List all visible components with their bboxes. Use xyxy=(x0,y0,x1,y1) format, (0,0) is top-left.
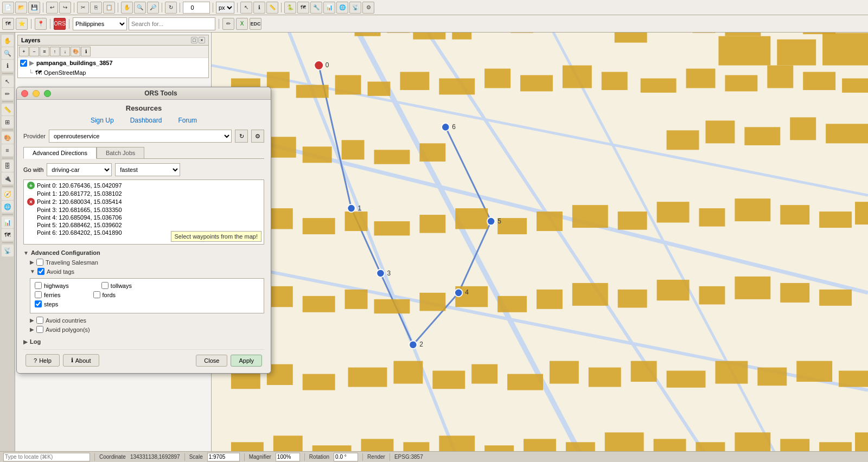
georef-tool[interactable]: 🗺 xyxy=(2,229,14,241)
apply-button[interactable]: Apply xyxy=(231,355,262,367)
steps-label[interactable]: steps xyxy=(35,300,58,307)
db-tool[interactable]: 🗄 xyxy=(2,160,14,172)
ferries-checkbox[interactable] xyxy=(35,291,42,298)
close-button[interactable]: Close xyxy=(196,355,227,367)
filter-tool[interactable]: ≡ xyxy=(2,144,14,156)
pan-btn[interactable]: ✋ xyxy=(121,2,133,14)
dashboard-link[interactable]: Dashboard xyxy=(130,117,162,124)
window-close-btn[interactable] xyxy=(21,90,28,97)
unit-select[interactable]: px xyxy=(216,2,234,14)
vehicle-select[interactable]: driving-car driving-hgv cycling-regular … xyxy=(47,163,112,176)
ferries-label[interactable]: ferries xyxy=(35,291,61,298)
log-section[interactable]: ▶ Log xyxy=(23,336,264,347)
plugin3-btn[interactable]: 📊 xyxy=(323,2,335,14)
highways-label[interactable]: highways xyxy=(35,282,69,289)
tab-batch-jobs[interactable]: Batch Jobs xyxy=(97,147,144,158)
layers-resize-btn[interactable]: □ xyxy=(191,37,197,43)
new-project-btn[interactable]: 📄 xyxy=(2,2,14,14)
measure-btn[interactable]: 📏 xyxy=(266,2,278,14)
forum-link[interactable]: Forum xyxy=(178,117,197,124)
plugin2-btn[interactable]: 🔧 xyxy=(310,2,322,14)
advanced-config-header[interactable]: ▼ Advanced Configuration xyxy=(23,248,264,258)
pan-tool[interactable]: ✋ xyxy=(2,35,14,47)
plugin6-btn[interactable]: ⚙ xyxy=(362,2,374,14)
locate-input[interactable] xyxy=(3,453,90,461)
rotation-input[interactable]: 0 xyxy=(183,2,210,14)
waypoints-area[interactable]: + Point 0: 120.676436, 15.042097 Point 1… xyxy=(23,179,264,245)
provider-select[interactable]: openrouteservice xyxy=(49,130,232,143)
paste-btn[interactable]: 📋 xyxy=(103,2,115,14)
window-maximize-btn[interactable] xyxy=(44,90,51,97)
help-button[interactable]: ? Help xyxy=(25,354,60,367)
tollways-label[interactable]: tollways xyxy=(101,282,132,289)
provider-config-btn[interactable]: ⚙ xyxy=(251,130,264,143)
layers-up-btn[interactable]: ↑ xyxy=(50,47,60,56)
magnifier-input[interactable] xyxy=(276,453,300,461)
gps-tool[interactable]: 📡 xyxy=(2,245,14,256)
edit-tool[interactable]: ✏ xyxy=(2,88,14,100)
tollways-checkbox[interactable] xyxy=(101,282,108,289)
ts-checkbox[interactable] xyxy=(36,259,43,266)
stat-tool[interactable]: 📊 xyxy=(2,216,14,228)
globe-tool[interactable]: 🌐 xyxy=(2,201,14,213)
cut-btn[interactable]: ✂ xyxy=(77,2,89,14)
window-minimize-btn[interactable] xyxy=(33,90,40,97)
layers-style-btn[interactable]: 🎨 xyxy=(71,47,80,56)
python-btn[interactable]: 🐍 xyxy=(284,2,296,14)
layers-remove-btn[interactable]: − xyxy=(29,47,39,56)
copy-btn[interactable]: ⎘ xyxy=(90,2,102,14)
select-btn[interactable]: ↖ xyxy=(240,2,252,14)
plugin1-btn[interactable]: 🗺 xyxy=(297,2,309,14)
about-button[interactable]: ℹ About xyxy=(63,354,99,367)
scale-input[interactable] xyxy=(207,453,240,461)
layers-properties-btn[interactable]: ℹ xyxy=(81,47,91,56)
layers-filter-btn[interactable]: ≡ xyxy=(40,47,49,56)
plugin5-btn[interactable]: 📡 xyxy=(349,2,361,14)
layers-add-btn[interactable]: + xyxy=(19,47,29,56)
measure-tool[interactable]: 📏 xyxy=(2,104,14,116)
draw-btn[interactable]: ✏ xyxy=(222,18,234,30)
search-input[interactable] xyxy=(129,17,215,30)
save-btn[interactable]: 💾 xyxy=(28,2,40,14)
rotation-status-input[interactable] xyxy=(334,453,358,461)
identify-tool[interactable]: ℹ xyxy=(2,60,14,72)
avoid-countries-checkbox[interactable] xyxy=(36,317,43,324)
sign-up-link[interactable]: Sign Up xyxy=(91,117,114,124)
map-area[interactable]: 0 1 2 3 4 5 6 xyxy=(212,33,868,462)
undo-btn[interactable]: ↩ xyxy=(46,2,58,14)
bookmark-btn[interactable]: ⭐ xyxy=(16,18,28,30)
avoid-tags-checkbox[interactable] xyxy=(37,268,44,275)
georef-btn[interactable]: 📍 xyxy=(35,18,47,30)
fords-checkbox[interactable] xyxy=(93,291,100,298)
zoom-tool[interactable]: 🔍 xyxy=(2,47,14,59)
country-select[interactable]: Philippines xyxy=(73,17,127,30)
zoom-in-btn[interactable]: 🔍 xyxy=(134,2,146,14)
layers-down-btn[interactable]: ↓ xyxy=(60,47,70,56)
open-btn[interactable]: 📂 xyxy=(15,2,27,14)
layer-2-row[interactable]: └ 🗺 OpenStreetMap xyxy=(18,68,208,78)
zoom-out-btn[interactable]: 🔎 xyxy=(147,2,159,14)
ors-icon-btn[interactable]: ORS xyxy=(54,18,66,30)
layer-1-checkbox[interactable] xyxy=(20,60,27,67)
plugin-tool[interactable]: 🔌 xyxy=(2,172,14,184)
provider-refresh-btn[interactable]: ↻ xyxy=(235,130,248,143)
rotate-btn[interactable]: ↻ xyxy=(165,2,177,14)
redo-btn[interactable]: ↪ xyxy=(59,2,71,14)
tab-advanced-directions[interactable]: Advanced Directions xyxy=(23,147,97,159)
nav-tool[interactable]: 🧭 xyxy=(2,188,14,200)
map-nav-btn[interactable]: 🗺 xyxy=(2,18,14,30)
layer-1-row[interactable]: ▶ pampanga_buildings_3857 xyxy=(18,58,208,68)
plugin4-btn[interactable]: 🌐 xyxy=(336,2,348,14)
edc-btn[interactable]: EDC xyxy=(250,18,261,30)
highways-checkbox[interactable] xyxy=(35,282,42,289)
fords-label[interactable]: fords xyxy=(93,291,116,298)
style-tool[interactable]: 🎨 xyxy=(2,132,14,144)
speed-select[interactable]: fastest shortest xyxy=(115,163,180,176)
layers-close-btn[interactable]: × xyxy=(199,37,205,43)
steps-checkbox[interactable] xyxy=(35,300,42,307)
export-excel-btn[interactable]: X xyxy=(236,18,248,30)
avoid-polygon-checkbox[interactable] xyxy=(36,326,43,333)
select-tool[interactable]: ↖ xyxy=(2,75,14,87)
layer-tool[interactable]: ⊞ xyxy=(2,116,14,128)
identify-btn[interactable]: ℹ xyxy=(253,2,265,14)
